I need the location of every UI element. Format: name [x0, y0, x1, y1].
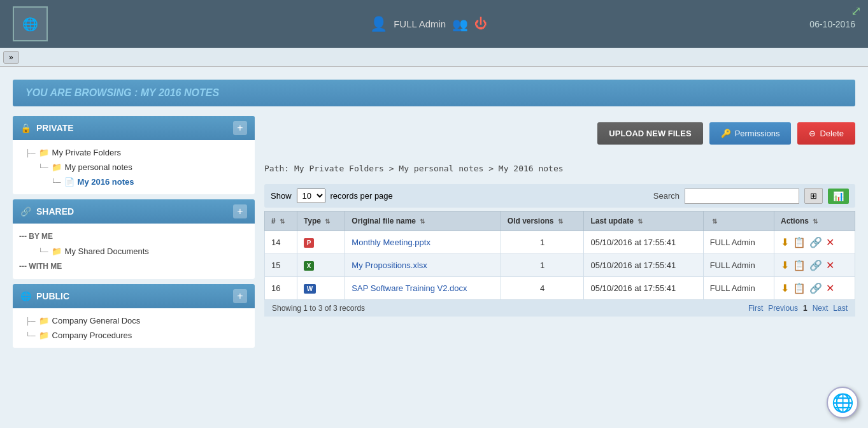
cell-filename[interactable]: My Propositions.xlsx — [345, 254, 501, 277]
folder-icon5: 📁 — [39, 316, 49, 325]
download-icon[interactable]: ⬇ — [781, 259, 789, 271]
collapse-button[interactable]: » — [3, 51, 19, 64]
cell-num: 15 — [265, 254, 297, 277]
delete-row-icon[interactable]: ✕ — [826, 259, 834, 271]
delete-row-icon[interactable]: ✕ — [826, 236, 834, 248]
download-icon[interactable]: ⬇ — [781, 282, 789, 294]
file-type-icon: W — [304, 284, 316, 294]
current-page[interactable]: 1 — [803, 304, 808, 313]
2016-notes-item[interactable]: └─ 📄 My 2016 notes — [13, 175, 255, 189]
personal-notes-label: My personal notes — [65, 162, 132, 172]
shared-docs-label: My Shared Documents — [65, 246, 149, 256]
globe-widget[interactable]: 🌐 — [827, 387, 858, 418]
col-actions: Actions ⇅ — [774, 211, 855, 231]
upload-button[interactable]: UPLOAD NEW FILES — [597, 122, 702, 145]
private-header-left: 🔒 PRIVATE — [20, 123, 74, 133]
cell-author: FULL Admin — [703, 231, 774, 254]
group-manage-icon[interactable]: 👥 — [452, 17, 468, 32]
private-add-button[interactable]: + — [233, 121, 247, 135]
table-row: 15 X My Propositions.xlsx 1 05/10/2016 a… — [265, 254, 855, 277]
delete-icon: ⊖ — [809, 129, 816, 138]
folder-icon6: 📁 — [39, 331, 49, 340]
cell-num: 16 — [265, 277, 297, 300]
company-general-item[interactable]: ├─ 📁 Company General Docs — [13, 313, 255, 328]
table-row: 14 P Monthly Meeting.pptx 1 05/10/2016 a… — [265, 231, 855, 254]
browsing-prefix: YOU ARE BROWSING : — [25, 87, 141, 98]
previous-page-link[interactable]: Previous — [768, 304, 798, 313]
last-page-link[interactable]: Last — [833, 304, 848, 313]
lock-icon: 🔒 — [20, 123, 31, 133]
table-header-row: # ⇅ Type ⇅ Original file name ⇅ Old vers… — [265, 211, 855, 231]
per-page-select[interactable]: 10 5 25 50 — [297, 189, 325, 203]
cell-lastupdate: 05/10/2016 at 17:55:41 — [584, 277, 703, 300]
private-header[interactable]: 🔒 PRIVATE + — [13, 116, 255, 140]
pagination-bar: Showing 1 to 3 of 3 records First Previo… — [264, 300, 855, 317]
company-procedures-label: Company Procedures — [52, 331, 132, 340]
copy-icon[interactable]: 📋 — [793, 236, 806, 248]
col-author[interactable]: ⇅ — [703, 211, 774, 231]
2016-notes-label: My 2016 notes — [78, 177, 134, 187]
col-versions[interactable]: Old versions ⇅ — [501, 211, 584, 231]
personal-notes-item[interactable]: └─ 📁 My personal notes — [13, 160, 255, 175]
public-header[interactable]: 🌐 PUBLIC + — [13, 284, 255, 308]
cell-type: W — [297, 277, 345, 300]
header-date: 06-10-2016 — [809, 19, 855, 29]
public-add-button[interactable]: + — [233, 289, 247, 303]
shared-section: 🔗 SHARED + --- BY ME └─ 📁 My Shared Docu… — [13, 199, 255, 279]
show-bar: Show 10 5 25 50 records per page Search … — [264, 184, 855, 208]
export-excel-button[interactable]: 📊 — [828, 189, 849, 204]
cell-filename[interactable]: Monthly Meeting.pptx — [345, 231, 501, 254]
logout-icon[interactable]: ⏻ — [474, 17, 487, 31]
share-action-icon[interactable]: 🔗 — [809, 259, 822, 271]
first-page-link[interactable]: First — [748, 304, 763, 313]
private-folders-item[interactable]: ├─ 📁 My Private Folders — [13, 145, 255, 160]
share-action-icon[interactable]: 🔗 — [809, 282, 822, 294]
permissions-label: Permissions — [735, 129, 780, 138]
copy-icon[interactable]: 📋 — [793, 259, 806, 271]
col-filename[interactable]: Original file name ⇅ — [345, 211, 501, 231]
cell-versions: 1 — [501, 231, 584, 254]
col-type[interactable]: Type ⇅ — [297, 211, 345, 231]
download-icon[interactable]: ⬇ — [781, 236, 789, 248]
path-bar: Path: My Private Folders > My personal n… — [264, 160, 855, 176]
shared-header[interactable]: 🔗 SHARED + — [13, 199, 255, 224]
shared-docs-item[interactable]: └─ 📁 My Shared Documents — [13, 244, 255, 259]
grid-view-button[interactable]: ⊞ — [804, 188, 823, 204]
browsing-location: MY 2016 NOTES — [141, 87, 219, 98]
action-bar: UPLOAD NEW FILES 🔑 Permissions ⊖ Delete — [264, 116, 855, 151]
cell-filename[interactable]: SAP Software Training V2.docx — [345, 277, 501, 300]
folder-icon3: 📄 — [64, 177, 75, 187]
cell-actions: ⬇ 📋 🔗 ✕ — [774, 254, 855, 277]
header: 🌐 👤 FULL Admin 👥 ⏻ 06-10-2016 — [0, 0, 868, 48]
company-procedures-item[interactable]: └─ 📁 Company Procedures — [13, 328, 255, 343]
col-lastupdate[interactable]: Last update ⇅ — [584, 211, 703, 231]
col-num[interactable]: # ⇅ — [265, 211, 297, 231]
public-header-left: 🌐 PUBLIC — [20, 291, 69, 301]
share-action-icon[interactable]: 🔗 — [809, 236, 822, 248]
resize-icon[interactable]: ⤢ — [851, 3, 862, 18]
file-type-icon: X — [304, 261, 315, 271]
browsing-title: YOU ARE BROWSING : MY 2016 NOTES — [13, 80, 855, 106]
copy-icon[interactable]: 📋 — [793, 282, 806, 294]
user-info: 👤 FULL Admin 👥 ⏻ — [370, 16, 487, 32]
cell-lastupdate: 05/10/2016 at 17:55:41 — [584, 231, 703, 254]
cell-author: FULL Admin — [703, 277, 774, 300]
shared-tree-body: --- BY ME └─ 📁 My Shared Documents --- W… — [13, 224, 255, 279]
public-label: PUBLIC — [36, 291, 69, 301]
permissions-button[interactable]: 🔑 Permissions — [709, 122, 792, 145]
public-icon: 🌐 — [20, 291, 31, 301]
cell-versions: 1 — [501, 254, 584, 277]
delete-row-icon[interactable]: ✕ — [826, 282, 834, 294]
company-general-label: Company General Docs — [52, 316, 141, 325]
content-area: UPLOAD NEW FILES 🔑 Permissions ⊖ Delete … — [264, 116, 855, 353]
delete-button[interactable]: ⊖ Delete — [797, 122, 855, 145]
private-tree-body: ├─ 📁 My Private Folders └─ 📁 My personal… — [13, 140, 255, 194]
next-page-link[interactable]: Next — [813, 304, 829, 313]
search-input[interactable] — [685, 189, 799, 204]
shared-add-button[interactable]: + — [233, 204, 247, 218]
share-icon: 🔗 — [20, 206, 31, 217]
cell-actions: ⬇ 📋 🔗 ✕ — [774, 231, 855, 254]
user-avatar-icon: 👤 — [370, 16, 387, 32]
cell-type: X — [297, 254, 345, 277]
cell-num: 14 — [265, 231, 297, 254]
